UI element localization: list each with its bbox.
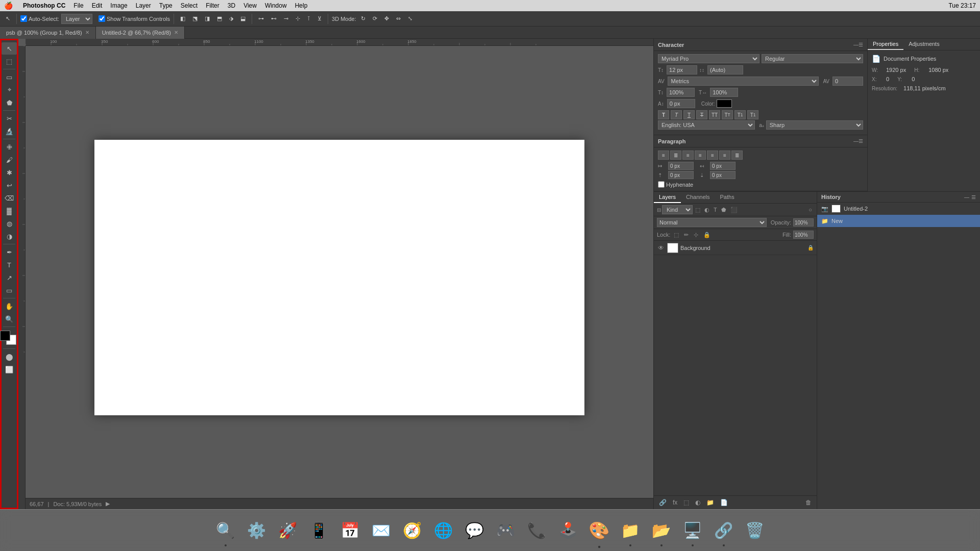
channels-tab[interactable]: Channels: [681, 192, 715, 203]
align-middle-v-btn[interactable]: ⬗: [227, 13, 236, 24]
hyphenate-label[interactable]: Hyphenate: [658, 181, 863, 188]
menu-file[interactable]: File: [69, 1, 87, 10]
dodge-tool[interactable]: ◑: [2, 230, 17, 242]
layer-vis-icon[interactable]: 👁: [657, 244, 665, 252]
layer-filter-toggle[interactable]: ○: [807, 207, 814, 213]
align-left-btn[interactable]: ◧: [178, 13, 188, 24]
menu-3d[interactable]: 3D: [224, 1, 239, 10]
path-select-tool[interactable]: ↗: [2, 271, 17, 284]
artboard-tool[interactable]: ⬚: [2, 55, 17, 67]
3d-scale-btn[interactable]: ⤡: [405, 13, 415, 24]
layer-mask-btn[interactable]: ⬚: [681, 498, 691, 507]
align-right-btn[interactable]: ◨: [202, 13, 212, 24]
blur-tool[interactable]: ◍: [2, 217, 17, 230]
screen-mode-tool[interactable]: ⬜: [2, 363, 17, 375]
space-before-input[interactable]: [668, 171, 694, 179]
blend-mode-select[interactable]: Normal Multiply Screen: [657, 218, 767, 227]
strikethrough-btn[interactable]: T: [696, 110, 707, 119]
distribute-1-btn[interactable]: ⊶: [256, 13, 266, 24]
dock-launchpad[interactable]: 🚀: [274, 516, 302, 544]
tab-psb[interactable]: psb @ 100% (Group 1, Red/8) ✕: [0, 27, 96, 39]
tab-untitled2-close[interactable]: ✕: [174, 30, 178, 35]
quick-select-tool[interactable]: ⬟: [2, 96, 17, 109]
dock-sysprefs[interactable]: ⚙️: [242, 516, 271, 544]
move-tool-btn[interactable]: ↖: [3, 13, 13, 24]
gradient-tool[interactable]: ▓: [2, 205, 17, 217]
bold-btn[interactable]: T: [658, 110, 669, 119]
dock-appstore[interactable]: 📱: [305, 516, 333, 544]
paragraph-collapse-icon[interactable]: —: [853, 138, 859, 144]
layer-name-background[interactable]: Background: [680, 245, 805, 251]
status-arrow[interactable]: ▶: [106, 500, 110, 507]
smallcaps-btn[interactable]: TT: [722, 110, 733, 119]
align-center-para-btn[interactable]: ≣: [670, 151, 681, 160]
menu-type[interactable]: Type: [155, 1, 177, 10]
layer-kind-filter[interactable]: Kind: [662, 205, 693, 214]
3d-pan-btn[interactable]: ✥: [382, 13, 391, 24]
move-tool[interactable]: ↖: [2, 42, 17, 55]
language-select[interactable]: English: USA: [658, 120, 755, 130]
show-transform-checkbox[interactable]: [99, 15, 105, 22]
italic-btn[interactable]: T: [671, 110, 682, 119]
space-after-input[interactable]: [710, 171, 736, 179]
color-boxes[interactable]: [2, 331, 16, 345]
font-style-select[interactable]: Regular: [762, 54, 863, 63]
distribute-4-btn[interactable]: ⊹: [293, 13, 303, 24]
lock-pixel-btn[interactable]: ⬚: [672, 232, 680, 238]
canvas-area[interactable]: 100 350 600 850 1100 1350 1600 1850: [18, 39, 653, 509]
dock-calendar[interactable]: 📅: [336, 516, 364, 544]
baseline-input[interactable]: [667, 99, 695, 108]
kerning-select[interactable]: Metrics Optical 0: [668, 77, 819, 86]
align-bottom-btn[interactable]: ⬓: [238, 13, 248, 24]
3d-rotate-btn[interactable]: ↻: [358, 13, 368, 24]
dock-trash[interactable]: 🗑️: [741, 516, 769, 544]
brush-tool[interactable]: 🖌: [2, 154, 17, 166]
lock-all-btn[interactable]: 🔒: [702, 232, 712, 238]
antialias-select[interactable]: Sharp Crisp Strong Smooth: [766, 120, 863, 130]
dock-steam[interactable]: 🕹️: [554, 516, 582, 544]
distribute-5-btn[interactable]: ⊺: [305, 13, 313, 24]
dock-discord[interactable]: 🎮: [492, 516, 520, 544]
dock-photoshop[interactable]: 🎨: [583, 515, 615, 546]
layer-filter-smart[interactable]: ⬛: [729, 207, 739, 213]
opacity-input[interactable]: [793, 218, 814, 227]
underline-btn[interactable]: T: [683, 110, 695, 119]
tracking-input[interactable]: [832, 77, 863, 86]
paragraph-menu-icon[interactable]: ☰: [859, 138, 863, 144]
horizontal-scale-input[interactable]: [710, 88, 738, 97]
font-family-select[interactable]: Myriad Pro: [658, 54, 760, 63]
lasso-tool[interactable]: ⌖: [2, 84, 17, 96]
dock-mail[interactable]: ✉️: [367, 516, 395, 544]
marquee-tool[interactable]: ▭: [2, 71, 17, 83]
vertical-scale-input[interactable]: [667, 88, 695, 97]
fill-input[interactable]: [793, 231, 814, 239]
align-top-btn[interactable]: ⬒: [214, 13, 225, 24]
layer-link-btn[interactable]: 🔗: [657, 498, 669, 507]
history-item-0[interactable]: 📷 Untitled-2: [817, 203, 980, 215]
paths-tab[interactable]: Paths: [715, 192, 740, 203]
menu-filter[interactable]: Filter: [202, 1, 224, 10]
dock-safari[interactable]: 🧭: [398, 516, 426, 544]
justify-left-btn[interactable]: ≡: [695, 151, 706, 160]
leading-input[interactable]: [707, 65, 743, 74]
foreground-color[interactable]: [0, 331, 10, 341]
quick-mask-tool[interactable]: ⬤: [2, 350, 17, 363]
layer-filter-type[interactable]: T: [712, 207, 719, 213]
3d-roll-btn[interactable]: ⟳: [370, 13, 380, 24]
distribute-3-btn[interactable]: ⊸: [281, 13, 291, 24]
layer-adjust-btn[interactable]: ◐: [693, 498, 702, 507]
layer-group-btn[interactable]: 📁: [704, 498, 716, 507]
layer-row-background[interactable]: 👁 Background 🔒: [654, 241, 817, 255]
distribute-6-btn[interactable]: ⊻: [315, 13, 324, 24]
canvas[interactable]: [94, 140, 584, 415]
menu-window[interactable]: Window: [261, 1, 291, 10]
subscript-btn[interactable]: T1: [747, 110, 758, 119]
menu-help[interactable]: Help: [291, 1, 312, 10]
3d-slide-btn[interactable]: ⇔: [394, 13, 403, 24]
indent-left-input[interactable]: [668, 162, 694, 170]
color-swatch[interactable]: [717, 99, 732, 108]
layers-tab[interactable]: Layers: [654, 192, 681, 203]
allcaps-btn[interactable]: TT: [709, 110, 720, 119]
layer-new-btn[interactable]: 📄: [718, 498, 730, 507]
align-left-para-btn[interactable]: ≡: [658, 151, 669, 160]
